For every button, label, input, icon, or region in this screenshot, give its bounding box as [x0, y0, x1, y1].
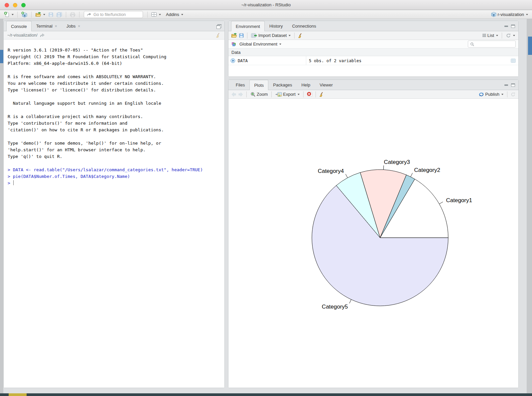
zoom-window-icon[interactable]: [21, 3, 26, 7]
object-name: DATA: [238, 58, 248, 63]
environment-scope-selector[interactable]: Global Environment: [239, 41, 282, 47]
list-view-icon: [482, 34, 486, 37]
close-tab-icon[interactable]: ×: [78, 24, 80, 29]
view-table-icon[interactable]: [511, 59, 516, 63]
open-file-button[interactable]: [35, 12, 46, 18]
console-tabstrip: ConsoleTerminal×Jobs×: [4, 21, 224, 31]
project-cube-icon: R: [491, 12, 497, 17]
previous-plot-icon[interactable]: [231, 92, 236, 97]
publish-plot-button[interactable]: Publish: [478, 91, 504, 97]
working-directory-label: ~/r-visualization/: [7, 33, 38, 38]
console-prompt-line[interactable]: >: [8, 180, 220, 187]
environment-toolbar: Import Dataset List: [228, 31, 518, 40]
tab-label: Terminal: [36, 24, 53, 29]
tab-plots-plots[interactable]: Plots: [249, 80, 268, 90]
addins-button[interactable]: Addins: [165, 12, 184, 17]
tab-plots-help[interactable]: Help: [297, 80, 315, 90]
console-output-line: [8, 93, 220, 100]
project-menu-button[interactable]: R r-visualization: [490, 11, 529, 18]
load-workspace-icon[interactable]: [231, 33, 237, 38]
toolbar-separator: [303, 91, 304, 97]
import-dataset-caret-icon: [289, 35, 291, 36]
console-output-line: Platform: x86_64-apple-darwin15.6.0 (64-…: [8, 60, 220, 67]
import-dataset-button[interactable]: Import Dataset: [250, 33, 291, 39]
close-tab-icon[interactable]: ×: [55, 24, 57, 29]
zoom-magnifier-icon: [250, 92, 256, 97]
goto-file-search[interactable]: [84, 11, 143, 18]
tab-env-history[interactable]: History: [265, 21, 287, 31]
panes-layout-button[interactable]: [151, 12, 162, 17]
minimize-pane-icon[interactable]: [504, 84, 508, 86]
toolbar-separator: [147, 12, 148, 18]
expand-object-icon[interactable]: [230, 58, 235, 63]
print-button[interactable]: [69, 12, 76, 18]
console-output-line: Type 'q()' to quit R.: [8, 153, 220, 160]
tab-console-jobs[interactable]: Jobs×: [62, 21, 85, 31]
console-output-line: 'citation()' on how to cite R or R packa…: [8, 127, 220, 133]
plot-viewport: Category1Category2Category3Category4Cate…: [228, 99, 518, 388]
tab-plots-packages[interactable]: Packages: [268, 80, 297, 90]
minimize-pane-icon[interactable]: [504, 26, 508, 27]
pie-label-tick: [345, 174, 347, 178]
pie-slice-label: Category2: [414, 167, 440, 173]
remove-plot-icon[interactable]: [307, 91, 313, 97]
tab-label: History: [269, 24, 283, 29]
main-toolbar: R Addins R r-visualization: [0, 10, 532, 19]
maximize-console-pane-icon[interactable]: [216, 24, 221, 28]
new-project-button[interactable]: R: [21, 11, 28, 18]
tab-env-connections[interactable]: Connections: [287, 21, 321, 31]
environment-panel: EnvironmentHistoryConnections Import Dat…: [228, 21, 519, 77]
zoom-plot-button[interactable]: Zoom: [250, 91, 268, 97]
save-button[interactable]: [48, 12, 54, 18]
clear-environment-icon[interactable]: [298, 33, 303, 38]
environment-view-label: List: [487, 33, 494, 38]
new-file-caret-icon: [12, 14, 14, 15]
console-panel: ConsoleTerminal×Jobs× ~/r-visualization/…: [3, 21, 225, 388]
titlebar: ~/r-visualization - RStudio: [0, 0, 532, 10]
close-window-icon[interactable]: [5, 3, 9, 7]
environment-view-button[interactable]: List: [481, 33, 499, 38]
tab-console-terminal[interactable]: Terminal×: [32, 21, 62, 31]
tab-env-environment[interactable]: Environment: [231, 21, 265, 31]
tab-label: Files: [236, 82, 245, 87]
plots-panel: FilesPlotsPackagesHelpViewer Zoom Export…: [228, 79, 519, 388]
tab-plots-viewer[interactable]: Viewer: [315, 80, 337, 90]
publish-plot-label: Publish: [485, 92, 499, 97]
console-output-line: [8, 133, 220, 140]
pie-slice-label: Category5: [322, 304, 348, 310]
goto-directory-icon[interactable]: [40, 33, 45, 37]
export-image-icon: [275, 92, 282, 97]
clear-all-plots-icon[interactable]: [319, 92, 324, 97]
goto-file-input[interactable]: [93, 12, 137, 17]
export-plot-label: Export: [283, 92, 296, 97]
export-plot-button[interactable]: Export: [275, 91, 300, 97]
clear-console-icon[interactable]: [215, 33, 221, 38]
save-all-button[interactable]: [56, 12, 63, 18]
object-summary: 5 obs. of 2 variables: [309, 58, 361, 63]
addins-label: Addins: [166, 12, 179, 17]
pie-slice-label: Category1: [446, 197, 472, 203]
console-pathbar: ~/r-visualization/: [4, 31, 224, 40]
pie-slice-label: Category4: [318, 168, 344, 174]
refresh-icon: [506, 33, 511, 38]
background-window-right: [527, 19, 532, 396]
maximize-pane-icon[interactable]: [511, 83, 515, 87]
environment-empty-area: [228, 65, 518, 76]
refresh-environment-button[interactable]: [505, 33, 516, 39]
environment-search[interactable]: [468, 41, 516, 48]
minimize-window-icon[interactable]: [13, 3, 17, 7]
environment-search-input[interactable]: [476, 42, 513, 47]
console-output-line: R is free software and comes with ABSOLU…: [8, 73, 220, 80]
toolbar-separator: [502, 33, 502, 39]
save-workspace-icon[interactable]: [239, 33, 244, 38]
tab-console-console[interactable]: Console: [6, 21, 32, 31]
refresh-plot-icon[interactable]: [510, 92, 516, 97]
environment-object-row[interactable]: DATA5 obs. of 2 variables: [228, 56, 518, 65]
toolbar-separator: [79, 12, 79, 18]
next-plot-icon[interactable]: [238, 92, 243, 97]
new-file-button[interactable]: [3, 11, 14, 18]
console-body[interactable]: R version 3.6.1 (2019-07-05) -- "Action …: [4, 40, 224, 388]
tab-plots-files[interactable]: Files: [231, 80, 249, 90]
global-environment-icon: [231, 42, 237, 47]
maximize-pane-icon[interactable]: [511, 25, 515, 28]
